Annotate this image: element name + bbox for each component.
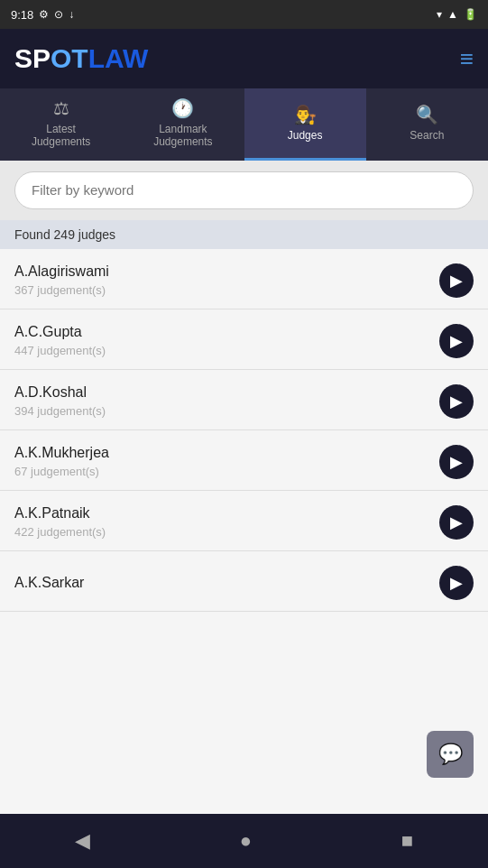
bottom-nav: ◀ ● ■ <box>0 814 488 868</box>
judge-info: A.K.Patnaik 422 judgement(s) <box>14 505 106 539</box>
judge-count: 422 judgement(s) <box>14 525 106 539</box>
judge-count: 447 judgement(s) <box>14 344 106 357</box>
status-right: ▾ ▲ 🔋 <box>437 8 477 21</box>
chat-icon: 💬 <box>438 743 463 766</box>
home-button[interactable]: ● <box>222 822 270 860</box>
header: SPOTLAW ≡ <box>0 29 488 88</box>
judge-info: A.K.Sarkar <box>14 575 84 591</box>
app-logo: SPOTLAW <box>14 43 148 74</box>
menu-button[interactable]: ≡ <box>460 45 474 73</box>
landmark-judgements-icon: 🕐 <box>171 97 194 119</box>
judge-count: 67 judgement(s) <box>14 465 109 478</box>
tab-bar: ⚖ LatestJudgements 🕐 LandmarkJudgements … <box>0 88 488 161</box>
tab-landmark-label: LandmarkJudgements <box>153 123 212 149</box>
judge-name: A.K.Sarkar <box>14 575 84 591</box>
filter-section <box>0 161 488 220</box>
logo-law: LAW <box>88 43 149 73</box>
tab-judges-label: Judges <box>288 129 323 142</box>
tab-judges[interactable]: 👨‍⚖️ Judges <box>244 88 366 161</box>
judge-name: A.C.Gupta <box>14 324 106 340</box>
results-header: Found 249 judges <box>0 220 488 249</box>
back-button[interactable]: ◀ <box>57 822 108 860</box>
judge-item[interactable]: A.Alagiriswami 367 judgement(s) ▶ <box>0 249 488 309</box>
filter-input[interactable] <box>14 171 474 209</box>
judge-list: A.Alagiriswami 367 judgement(s) ▶ A.C.Gu… <box>0 249 488 814</box>
logo-sp: SP <box>14 43 51 73</box>
judge-item[interactable]: A.C.Gupta 447 judgement(s) ▶ <box>0 309 488 370</box>
judge-info: A.K.Mukherjea 67 judgement(s) <box>14 445 109 478</box>
results-count: Found 249 judges <box>14 227 115 242</box>
judge-name: A.D.Koshal <box>14 384 106 401</box>
chat-button[interactable]: 💬 <box>427 731 474 778</box>
battery-icon: 🔋 <box>464 8 477 21</box>
judge-count: 394 judgement(s) <box>14 404 106 418</box>
judge-info: A.C.Gupta 447 judgement(s) <box>14 324 106 357</box>
status-left: 9:18 ⚙ ⊙ ↓ <box>11 8 74 22</box>
latest-judgements-icon: ⚖ <box>53 97 69 119</box>
tab-latest-judgements[interactable]: ⚖ LatestJudgements <box>0 88 122 161</box>
judge-name: A.K.Patnaik <box>14 505 106 522</box>
judge-arrow-button[interactable]: ▶ <box>439 324 474 358</box>
judge-name: A.Alagiriswami <box>14 263 109 280</box>
judge-count: 367 judgement(s) <box>14 283 109 297</box>
judge-arrow-button[interactable]: ▶ <box>439 505 474 540</box>
download-icon: ↓ <box>69 8 74 21</box>
judge-info: A.Alagiriswami 367 judgement(s) <box>14 263 109 297</box>
judge-arrow-button[interactable]: ▶ <box>439 384 474 419</box>
search-tab-icon: 🔍 <box>416 104 438 125</box>
signal-icon: ▲ <box>447 8 458 21</box>
judge-arrow-button[interactable]: ▶ <box>439 445 474 479</box>
wifi-icon: ▾ <box>437 8 442 21</box>
judge-item[interactable]: A.K.Patnaik 422 judgement(s) ▶ <box>0 491 488 551</box>
judge-name: A.K.Mukherjea <box>14 445 109 461</box>
tab-latest-label: LatestJudgements <box>32 123 90 149</box>
tab-search-label: Search <box>410 129 444 142</box>
tab-search[interactable]: 🔍 Search <box>366 88 488 161</box>
judge-item[interactable]: A.D.Koshal 394 judgement(s) ▶ <box>0 370 488 430</box>
judges-icon: 👨‍⚖️ <box>294 104 317 125</box>
judge-arrow-button[interactable]: ▶ <box>439 566 474 600</box>
judge-item[interactable]: A.K.Sarkar ▶ <box>0 551 488 612</box>
judge-item[interactable]: A.K.Mukherjea 67 judgement(s) ▶ <box>0 430 488 491</box>
judge-arrow-button[interactable]: ▶ <box>439 263 474 298</box>
judge-info: A.D.Koshal 394 judgement(s) <box>14 384 106 418</box>
status-bar: 9:18 ⚙ ⊙ ↓ ▾ ▲ 🔋 <box>0 0 488 29</box>
recents-button[interactable]: ■ <box>383 822 431 860</box>
logo-ot: OT <box>51 43 88 73</box>
tab-landmark-judgements[interactable]: 🕐 LandmarkJudgements <box>122 88 244 161</box>
recording-icon: ⊙ <box>54 8 63 21</box>
settings-icon: ⚙ <box>39 8 49 21</box>
time-display: 9:18 <box>11 8 33 22</box>
